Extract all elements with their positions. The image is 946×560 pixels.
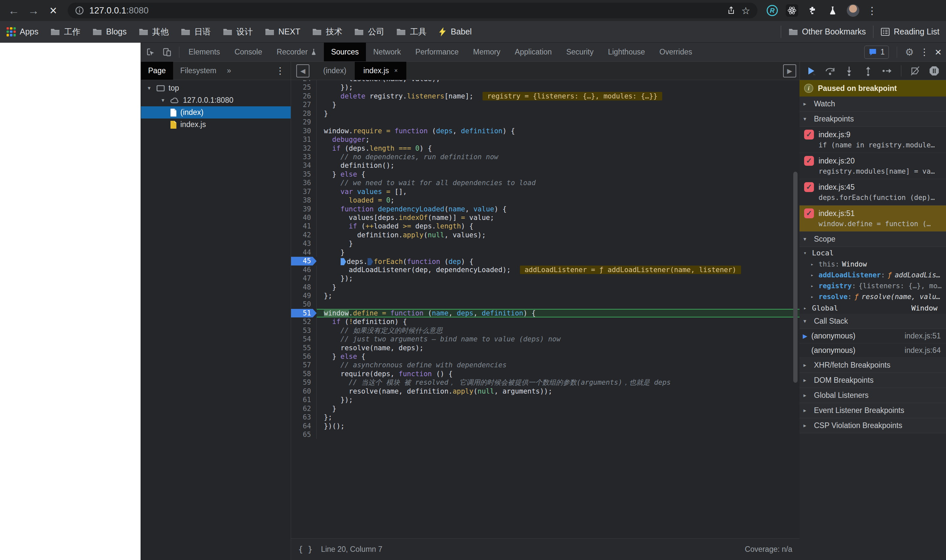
editor-scrollbar[interactable]: [793, 172, 798, 383]
line-number-gutter[interactable]: 49: [291, 291, 317, 300]
collapse-icon[interactable]: ▾: [803, 115, 810, 122]
chrome-menu-icon[interactable]: ⋮: [867, 5, 877, 16]
devtools-tab-elements[interactable]: Elements: [181, 43, 227, 62]
section-xhr-fetch-breakpoints[interactable]: ▸XHR/fetch Breakpoints: [800, 358, 946, 373]
bookmark-item[interactable]: 公司: [354, 26, 384, 37]
collapse-icon[interactable]: ▸: [811, 261, 818, 267]
inline-breakpoint-marker[interactable]: [340, 258, 346, 265]
tree-item-indexjs[interactable]: index.js: [141, 118, 291, 131]
collapse-icon[interactable]: ▾: [803, 318, 810, 325]
devtools-tab-console[interactable]: Console: [227, 43, 270, 62]
line-number-gutter[interactable]: 46: [291, 266, 317, 274]
line-number-gutter[interactable]: 50: [291, 300, 317, 309]
collapse-icon[interactable]: ▸: [803, 362, 810, 369]
bookmark-item[interactable]: 工具: [396, 26, 426, 37]
scope-variable[interactable]: ▸resolve: ƒresolve(name, valu…: [800, 291, 946, 302]
inline-breakpoint-marker[interactable]: [368, 258, 373, 265]
line-number-gutter[interactable]: 28: [291, 109, 317, 118]
line-number-gutter[interactable]: 35: [291, 170, 317, 178]
collapse-icon[interactable]: ▸: [803, 422, 810, 429]
line-number-gutter[interactable]: 60: [291, 387, 317, 395]
scope-local[interactable]: ▾ Local: [800, 247, 946, 258]
callstack-frame[interactable]: ▶(anonymous)index.js:51: [800, 329, 946, 343]
line-number-gutter[interactable]: 57: [291, 361, 317, 369]
tree-item-host[interactable]: ▾ 127.0.0.1:8080: [141, 94, 291, 106]
line-number-gutter[interactable]: 30: [291, 127, 317, 135]
line-number-gutter[interactable]: 37: [291, 188, 317, 196]
line-number-gutter[interactable]: 53: [291, 326, 317, 335]
bookmark-item[interactable]: Apps: [6, 27, 39, 37]
line-number-gutter[interactable]: 47: [291, 274, 317, 283]
collapse-icon[interactable]: ▾: [803, 250, 810, 256]
expand-icon[interactable]: ▾: [145, 85, 153, 92]
forward-button[interactable]: →: [25, 4, 42, 17]
step-over-icon[interactable]: [823, 64, 837, 78]
bookmark-item[interactable]: Blogs: [92, 27, 127, 37]
line-number-gutter[interactable]: 65: [291, 430, 317, 439]
section-watch[interactable]: ▸ Watch: [800, 97, 946, 112]
line-number-gutter[interactable]: 43: [291, 239, 317, 248]
line-number-gutter[interactable]: 63: [291, 413, 317, 422]
bookmark-item[interactable]: NEXT: [265, 27, 300, 37]
breakpoint-gutter[interactable]: 51: [291, 309, 317, 317]
show-sidebar-icon[interactable]: ▶: [783, 64, 796, 77]
line-number-gutter[interactable]: 48: [291, 283, 317, 291]
settings-gear-icon[interactable]: ⚙: [905, 46, 914, 58]
section-dom-breakpoints[interactable]: ▸DOM Breakpoints: [800, 373, 946, 388]
section-scope[interactable]: ▾ Scope: [800, 232, 946, 247]
bookmark-item[interactable]: 技术: [312, 26, 342, 37]
resume-script-icon[interactable]: [804, 64, 818, 78]
expand-icon[interactable]: ▾: [159, 97, 166, 104]
share-icon[interactable]: [726, 6, 736, 15]
line-number-gutter[interactable]: 55: [291, 344, 317, 352]
devtools-tab-network[interactable]: Network: [366, 43, 408, 62]
address-bar[interactable]: 127.0.0.1:8080 ☆: [68, 3, 758, 18]
bookmark-item[interactable]: 其他: [139, 26, 169, 37]
line-number-gutter[interactable]: 52: [291, 317, 317, 326]
devtools-tab-memory[interactable]: Memory: [466, 43, 507, 62]
issues-badge[interactable]: 1: [864, 46, 889, 59]
step-out-icon[interactable]: [861, 64, 875, 78]
collapse-icon[interactable]: ▸: [803, 377, 810, 384]
line-number-gutter[interactable]: 40: [291, 213, 317, 222]
section-csp-violation-breakpoints[interactable]: ▸CSP Violation Breakpoints: [800, 418, 946, 433]
extensions-puzzle-icon[interactable]: [806, 4, 818, 17]
pretty-print-icon[interactable]: { }: [298, 545, 313, 554]
react-atom-extension-icon[interactable]: [786, 4, 798, 17]
line-number-gutter[interactable]: 54: [291, 335, 317, 343]
collapse-icon[interactable]: ▸: [811, 294, 818, 300]
collapse-icon[interactable]: ▸: [803, 100, 810, 107]
collapse-icon[interactable]: ▸: [803, 305, 810, 311]
breakpoint-checkbox[interactable]: ✓: [804, 182, 814, 192]
line-number-gutter[interactable]: 42: [291, 231, 317, 239]
collapse-icon[interactable]: ▸: [803, 407, 810, 414]
line-number-gutter[interactable]: 39: [291, 205, 317, 213]
line-number-gutter[interactable]: 27: [291, 100, 317, 109]
scope-variable[interactable]: ▸addLoadListener: ƒaddLoadLis…: [800, 269, 946, 280]
stop-button[interactable]: ×: [45, 4, 62, 18]
tab-page[interactable]: Page: [141, 62, 173, 80]
tree-item-top[interactable]: ▾ top: [141, 82, 291, 94]
devtools-tab-lighthouse[interactable]: Lighthouse: [601, 43, 652, 62]
line-number-gutter[interactable]: 24: [291, 80, 317, 83]
bookmark-item[interactable]: 日语: [181, 26, 211, 37]
line-number-gutter[interactable]: 29: [291, 118, 317, 126]
line-number-gutter[interactable]: 26: [291, 92, 317, 100]
line-number-gutter[interactable]: 38: [291, 196, 317, 205]
line-number-gutter[interactable]: 44: [291, 248, 317, 257]
callstack-frame[interactable]: (anonymous)index.js:64: [800, 343, 946, 358]
line-number-gutter[interactable]: 62: [291, 405, 317, 413]
breakpoint-checkbox[interactable]: ✓: [804, 130, 814, 140]
line-number-gutter[interactable]: 34: [291, 161, 317, 170]
section-event-listener-breakpoints[interactable]: ▸Event Listener Breakpoints: [800, 403, 946, 418]
breakpoint-entry[interactable]: ✓index.js:45deps.forEach(function (dep)…: [800, 179, 946, 206]
breakpoint-entry[interactable]: ✓index.js:9if (name in registry.module…: [800, 127, 946, 153]
line-number-gutter[interactable]: 33: [291, 152, 317, 161]
breakpoint-gutter[interactable]: 45: [291, 257, 317, 265]
line-number-gutter[interactable]: 56: [291, 352, 317, 361]
line-number-gutter[interactable]: 64: [291, 422, 317, 430]
code-scroll-area[interactable]: 24 listener(name, value);25 });26 delete…: [291, 80, 800, 538]
line-number-gutter[interactable]: 61: [291, 395, 317, 404]
tab-close-icon[interactable]: ×: [394, 67, 398, 74]
line-number-gutter[interactable]: 31: [291, 135, 317, 144]
